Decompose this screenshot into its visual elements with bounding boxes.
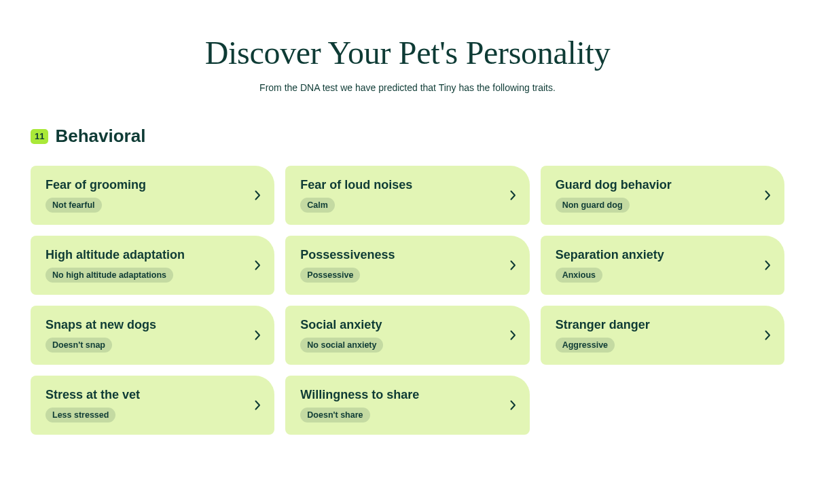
trait-card[interactable]: Snaps at new dogs Doesn't snap: [31, 306, 274, 365]
trait-card[interactable]: Fear of grooming Not fearful: [31, 166, 274, 225]
trait-card-title: Stress at the vet: [46, 388, 140, 402]
chevron-right-icon: [255, 190, 261, 200]
trait-card[interactable]: Separation anxiety Anxious: [541, 236, 784, 295]
trait-card-tag: Possessive: [300, 268, 360, 283]
trait-card-title: Stranger danger: [556, 318, 650, 332]
chevron-right-icon: [765, 190, 771, 200]
page-header: Discover Your Pet's Personality From the…: [31, 34, 784, 93]
chevron-right-icon: [510, 400, 516, 410]
trait-card-title: Social anxiety: [300, 318, 383, 332]
trait-card-title: Possessiveness: [300, 248, 395, 262]
chevron-right-icon: [255, 330, 261, 340]
trait-card[interactable]: Fear of loud noises Calm: [285, 166, 529, 225]
chevron-right-icon: [765, 260, 771, 270]
trait-card-tag: Not fearful: [46, 198, 102, 213]
trait-card-tag: No social anxiety: [300, 338, 383, 353]
section-title: Behavioral: [55, 126, 145, 147]
trait-card-title: Separation anxiety: [556, 248, 664, 262]
trait-card-tag: Doesn't share: [300, 408, 369, 422]
trait-card-tag: Non guard dog: [556, 198, 630, 213]
chevron-right-icon: [510, 260, 516, 270]
trait-card[interactable]: Social anxiety No social anxiety: [285, 306, 529, 365]
trait-card[interactable]: High altitude adaptation No high altitud…: [31, 236, 274, 295]
trait-card-tag: Less stressed: [46, 408, 115, 422]
trait-card-tag: Anxious: [556, 268, 602, 283]
trait-card[interactable]: Stress at the vet Less stressed: [31, 376, 274, 435]
count-badge: 11: [31, 129, 48, 144]
trait-card-title: Fear of loud noises: [300, 178, 412, 192]
trait-card[interactable]: Willingness to share Doesn't share: [285, 376, 529, 435]
trait-card-title: Fear of grooming: [46, 178, 146, 192]
trait-card-title: Guard dog behavior: [556, 178, 672, 192]
chevron-right-icon: [255, 260, 261, 270]
trait-card-tag: Aggressive: [556, 338, 615, 353]
page-subtitle: From the DNA test we have predicted that…: [31, 82, 784, 93]
trait-card[interactable]: Possessiveness Possessive: [285, 236, 529, 295]
trait-card-tag: No high altitude adaptations: [46, 268, 173, 283]
chevron-right-icon: [255, 400, 261, 410]
section-header: 11 Behavioral: [31, 126, 784, 147]
chevron-right-icon: [510, 190, 516, 200]
trait-card-tag: Calm: [300, 198, 335, 213]
trait-card-title: Snaps at new dogs: [46, 318, 156, 332]
chevron-right-icon: [765, 330, 771, 340]
trait-card[interactable]: Guard dog behavior Non guard dog: [541, 166, 784, 225]
trait-card[interactable]: Stranger danger Aggressive: [541, 306, 784, 365]
trait-card-tag: Doesn't snap: [46, 338, 112, 353]
trait-cards-grid: Fear of grooming Not fearful Fear of lou…: [31, 166, 784, 435]
chevron-right-icon: [510, 330, 516, 340]
trait-card-title: High altitude adaptation: [46, 248, 185, 262]
page-title: Discover Your Pet's Personality: [31, 34, 784, 71]
trait-card-title: Willingness to share: [300, 388, 419, 402]
